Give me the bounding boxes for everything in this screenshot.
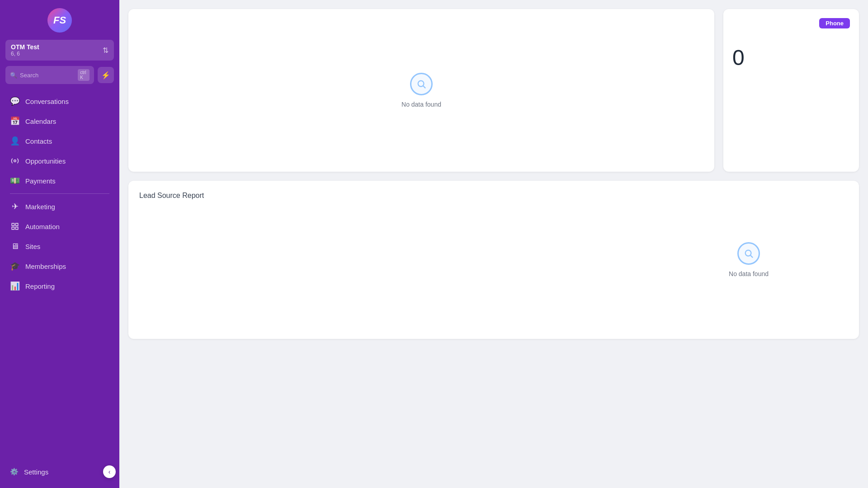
- svg-line-6: [423, 86, 425, 88]
- sites-label: Sites: [25, 243, 40, 250]
- settings-label: Settings: [24, 468, 48, 476]
- calendars-icon: 📅: [10, 116, 20, 126]
- reporting-label: Reporting: [25, 282, 55, 290]
- sites-icon: 🖥: [10, 241, 20, 251]
- search-bar: 🔍 ctrl K ⚡: [5, 66, 114, 84]
- payments-icon: 💵: [10, 176, 20, 186]
- sidebar-item-marketing[interactable]: ✈ Marketing: [4, 197, 116, 216]
- sidebar-item-automation[interactable]: Automation: [4, 216, 116, 236]
- sidebar-item-reporting[interactable]: 📊 Reporting: [4, 276, 116, 296]
- side-phone-card: Phone 0: [723, 9, 859, 172]
- workspace-info: OTM Test 6, 6: [11, 43, 39, 57]
- logo-avatar: FS: [47, 8, 72, 33]
- svg-point-5: [418, 81, 424, 87]
- search-shortcut: ctrl K: [78, 69, 90, 81]
- marketing-icon: ✈: [10, 202, 20, 211]
- settings-icon: ⚙️: [10, 468, 19, 476]
- lead-no-data: No data found: [729, 242, 769, 277]
- sidebar-item-settings[interactable]: ⚙️ Settings: [4, 463, 103, 481]
- lead-no-data-icon: [737, 242, 760, 265]
- lead-source-title: Lead Source Report: [139, 192, 848, 200]
- calendars-label: Calendars: [25, 117, 56, 125]
- lead-source-card: Lead Source Report No data found: [128, 181, 859, 339]
- svg-line-8: [750, 255, 753, 258]
- svg-rect-4: [12, 227, 14, 230]
- sidebar-item-payments[interactable]: 💵 Payments: [4, 171, 116, 191]
- conversations-icon: 💬: [10, 96, 20, 106]
- phone-badge: Phone: [819, 18, 850, 28]
- search-icon: 🔍: [10, 72, 17, 79]
- phone-count: 0: [732, 45, 745, 70]
- sidebar-logo: FS: [0, 0, 119, 40]
- payments-label: Payments: [25, 177, 56, 185]
- svg-rect-1: [12, 223, 14, 225]
- svg-rect-3: [16, 227, 18, 230]
- marketing-label: Marketing: [25, 203, 55, 211]
- sidebar-item-memberships[interactable]: 🎓 Memberships: [4, 256, 116, 276]
- workspace-name: OTM Test: [11, 43, 39, 51]
- workspace-sub: 6, 6: [11, 51, 39, 57]
- sidebar-item-opportunities[interactable]: Opportunities: [4, 151, 116, 171]
- sidebar-bottom: ⚙️ Settings ‹: [0, 458, 119, 488]
- automation-label: Automation: [25, 223, 60, 230]
- sidebar-item-sites[interactable]: 🖥 Sites: [4, 236, 116, 256]
- top-cards-row: No data found Phone 0: [128, 9, 859, 172]
- contacts-label: Contacts: [25, 137, 52, 145]
- search-input[interactable]: [20, 72, 75, 79]
- svg-point-7: [745, 250, 751, 256]
- opportunities-label: Opportunities: [25, 157, 66, 165]
- search-input-wrap[interactable]: 🔍 ctrl K: [5, 66, 94, 84]
- top-no-data: No data found: [401, 73, 441, 108]
- sidebar-item-calendars[interactable]: 📅 Calendars: [4, 111, 116, 131]
- workspace-selector[interactable]: OTM Test 6, 6 ⇅: [5, 40, 114, 61]
- sidebar-item-conversations[interactable]: 💬 Conversations: [4, 91, 116, 111]
- lightning-button[interactable]: ⚡: [98, 67, 114, 83]
- memberships-icon: 🎓: [10, 261, 20, 271]
- lead-no-data-label: No data found: [729, 270, 769, 277]
- top-no-data-icon: [410, 73, 433, 95]
- sidebar-item-contacts[interactable]: 👤 Contacts: [4, 131, 116, 151]
- top-chart-card: No data found: [128, 9, 714, 172]
- svg-rect-2: [16, 223, 18, 225]
- automation-icon: [10, 221, 20, 231]
- workspace-arrow-icon: ⇅: [103, 46, 108, 55]
- contacts-icon: 👤: [10, 136, 20, 146]
- conversations-label: Conversations: [25, 98, 69, 105]
- sidebar: FS OTM Test 6, 6 ⇅ 🔍 ctrl K ⚡ 💬 Conversa…: [0, 0, 119, 488]
- svg-point-0: [14, 160, 16, 162]
- top-no-data-label: No data found: [401, 101, 441, 108]
- sidebar-collapse-button[interactable]: ‹: [103, 465, 116, 478]
- memberships-label: Memberships: [25, 263, 66, 270]
- opportunities-icon: [10, 156, 20, 166]
- main-content: No data found Phone 0 Lead Source Report…: [119, 0, 868, 488]
- reporting-icon: 📊: [10, 281, 20, 291]
- nav-divider-1: [10, 193, 109, 194]
- nav-items: 💬 Conversations 📅 Calendars 👤 Contacts O…: [0, 91, 119, 458]
